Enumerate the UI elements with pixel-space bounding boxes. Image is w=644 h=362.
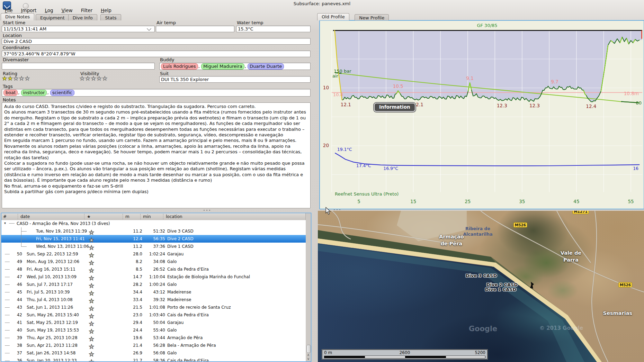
column-header-stars[interactable]: ★ — [87, 214, 91, 219]
tab-stats[interactable]: Stats — [100, 14, 121, 20]
dive-list-scrollbar[interactable]: ∧ ∨ — [305, 213, 311, 361]
divemaster-input[interactable] — [2, 63, 155, 70]
dive-row[interactable]: 46Sun, Jul 7, 2013 17:17★★★★★28.21:00:24… — [1, 281, 306, 288]
dive-row[interactable]: 47Wed, Jul 10, 2013 13:09★★★★★14.71:10:0… — [1, 273, 306, 281]
gf-label: GF 30/85 — [477, 23, 497, 28]
air-temp-label: Air temp — [156, 20, 176, 25]
gas-label: air — [332, 73, 339, 79]
tab-old-profile[interactable]: Old Profile — [317, 13, 349, 20]
dive-row[interactable]: 49Mon, Aug 19, 2013 12:06★★★★★8.234:08Ga… — [1, 258, 306, 265]
column-header-num[interactable]: # — [3, 214, 7, 219]
dive-location: Galo — [167, 351, 177, 355]
dive-site-label[interactable]: Dive 2 CASD — [486, 282, 518, 287]
star-icon: ★ — [89, 283, 95, 289]
menu-view[interactable]: View — [57, 7, 77, 15]
dive-site-label[interactable]: Dive 1 CASD — [485, 287, 516, 292]
column-header-date[interactable]: date — [20, 214, 30, 219]
dive-row[interactable]: 39Thu, Apr 25, 2013 10:28★★★★★19.653:44A… — [1, 334, 306, 342]
rating-stars[interactable]: ★★★★★ — [2, 76, 30, 81]
dive-row[interactable]: 38Sun, Apr 21, 2013 11:28★★★★★21.456:28B… — [1, 342, 306, 349]
dive-computer-label: Reefnet Sensus Ultra (Preto) — [335, 191, 399, 197]
notes-label: Notes — [3, 97, 16, 102]
dive-location: Dive 2 CASD — [167, 236, 194, 241]
dive-location: Dive 3 CASD — [167, 229, 194, 234]
dive-date: Sat, Jun 1, 2013 11:26 — [27, 305, 73, 310]
visibility-stars[interactable]: ★★★★★ — [80, 76, 108, 81]
dive-number: 49 — [12, 259, 22, 264]
dive-date: Mon, Aug 19, 2013 12:06 — [27, 259, 79, 264]
dive-number: 39 — [12, 335, 22, 340]
buddy-input[interactable]: Luís Rodrigues, Miguel Madureira, Duarte… — [159, 63, 311, 70]
buddy-pill: Miguel Madureira — [201, 63, 244, 70]
scroll-down-icon[interactable]: ∨ — [306, 357, 311, 361]
tab-equipment[interactable]: Equipment — [36, 14, 69, 20]
dive-duration: 58:36 — [144, 358, 165, 362]
column-header-min[interactable]: min — [143, 214, 151, 219]
dive-location: Porto de recreio de Santa Cruz — [167, 305, 231, 310]
star-icon: ★ — [89, 352, 95, 357]
window-title: Subsurface: paneves.xml — [0, 1, 644, 6]
star-icon: ★ — [89, 245, 95, 251]
dive-site-label[interactable]: Dive 3 CASD — [466, 273, 497, 278]
dive-row[interactable]: 42Sun, May 26, 2013 15:40★★★★★23.01:03:4… — [1, 311, 306, 319]
dive-date: Tue, Nov 19, 2013 11:39 — [36, 229, 87, 234]
air-temp-input[interactable] — [156, 26, 234, 32]
star-icon: ★ — [89, 230, 95, 235]
dive-duration: 1:02:24 — [144, 252, 165, 256]
suit-input[interactable] — [159, 76, 311, 83]
dive-row[interactable]: Wed, Nov 13, 2013 11:06★★★★★11.237:36Div… — [1, 243, 306, 250]
scale-max-label: 5200 — [475, 350, 485, 355]
dive-duration: 55:40 — [144, 328, 165, 333]
dive-number: 36 — [12, 358, 22, 362]
notes-textarea[interactable]: Aula do curso CASD. Transectos c/video e… — [2, 102, 311, 208]
dive-duration: 43:12 — [144, 290, 165, 295]
temperature-line — [335, 153, 639, 166]
column-header-m[interactable]: m — [125, 214, 129, 219]
dive-duration: 56:35 — [144, 236, 165, 241]
max-depth-point-label: 12.3 — [497, 103, 507, 108]
dive-row[interactable]: Tue, Nov 19, 2013 11:39★★★★★11.251:32Div… — [1, 227, 306, 235]
dive-location: Galo — [167, 328, 177, 333]
dive-row[interactable]: 50Sun, Sep 22, 2013 12:59★★★★★28.01:02:2… — [1, 250, 306, 258]
dive-depth: 24.4 — [123, 328, 142, 333]
dive-list-header[interactable]: #date★mminlocation — [1, 213, 306, 220]
map-label: Google — [469, 325, 498, 333]
mouse-cursor — [325, 207, 333, 215]
tags-label: Tags — [3, 84, 13, 89]
dive-row[interactable]: 41Sat, May 25, 2013 12:19★★★★★29.450:04G… — [1, 319, 306, 326]
water-temp-input[interactable] — [236, 26, 311, 32]
menu-filter[interactable]: Filter — [77, 7, 97, 15]
start-time-input[interactable] — [2, 26, 155, 32]
dive-map[interactable]: Armação de PêraRibeira de AlcantarilhaVa… — [318, 211, 644, 362]
tag-pill: instructor — [21, 90, 47, 96]
information-popup[interactable]: Information — [374, 103, 415, 112]
tab-dive-notes[interactable]: Dive Notes — [1, 13, 34, 20]
column-header-location[interactable]: location — [166, 214, 182, 219]
dive-row[interactable]: 43Sat, Jun 1, 2013 11:26★★★★★21.51:01:08… — [1, 304, 306, 311]
coordinates-input[interactable] — [2, 51, 311, 57]
expander-icon[interactable]: ▾ — [4, 221, 6, 225]
dive-number: 47 — [12, 274, 22, 279]
tab-dive-info[interactable]: Dive Info — [68, 14, 97, 20]
water-temp-label: Water temp — [237, 20, 263, 25]
dive-row[interactable]: 36Sun, Jan 20, 2013 12:33★★★★★21.758:36C… — [1, 357, 306, 362]
tab-new-profile[interactable]: New Profile — [355, 14, 389, 20]
menu-help[interactable]: Help — [97, 7, 116, 15]
menu-log[interactable]: Log — [41, 7, 57, 15]
dive-row[interactable]: 37Sat, Jan 26, 2013 14:58★★★★★26.956:08G… — [1, 349, 306, 357]
dive-date: Thu, Apr 25, 2013 10:28 — [27, 335, 78, 340]
trip-group-row[interactable]: ▾CASD - Armação de Pêra, Nov 2013 (3 div… — [1, 220, 306, 227]
dive-row[interactable]: 40Sun, May 19, 2013 15:53★★★★★24.455:40G… — [1, 326, 306, 334]
scroll-up-icon[interactable]: ∧ — [306, 353, 311, 357]
dive-row[interactable]: 48Fri, Aug 16, 2013 15:11★★★★★8.526:52Ca… — [1, 265, 306, 273]
dive-row[interactable]: 45Fri, Jul 5, 2013 10:39★★★★★34.443:12Ma… — [1, 288, 306, 296]
tags-input[interactable]: boat, instructor, scientific — [2, 89, 311, 97]
scrollbar-thumb[interactable] — [306, 345, 311, 353]
star-icon: ★ — [89, 306, 95, 311]
dive-date: Sun, Apr 21, 2013 11:28 — [27, 343, 78, 348]
location-input[interactable] — [2, 38, 311, 45]
splitter-handle[interactable] — [204, 210, 211, 211]
dive-date: Fri, Aug 16, 2013 15:11 — [27, 267, 75, 272]
dive-row[interactable]: 44Thu, Jul 4, 2013 10:08★★★★★33.439:32Ma… — [1, 296, 306, 304]
dive-row[interactable]: Fri, Nov 15, 2013 11:41★★★★★12.456:35Div… — [1, 235, 306, 243]
